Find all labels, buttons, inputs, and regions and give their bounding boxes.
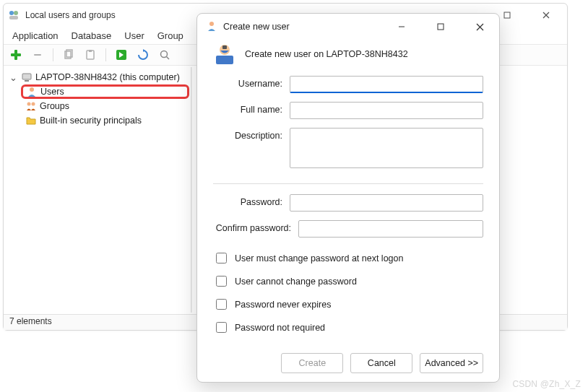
close-button[interactable] [529, 4, 563, 27]
svg-rect-8 [11, 53, 21, 56]
user-large-icon [213, 43, 236, 66]
dialog-titlebar: Create new user [197, 14, 499, 40]
description-input[interactable] [290, 128, 483, 168]
toolbar-go-button[interactable] [113, 47, 129, 63]
tree-root-label: LAPTOP-38NH8432 (this computer) [35, 72, 180, 82]
check-cannot-change-box[interactable] [216, 276, 227, 287]
refresh-icon [137, 49, 149, 61]
password-label: Password: [213, 194, 290, 207]
username-label: Username: [213, 76, 290, 89]
toolbar-remove-button[interactable] [30, 47, 46, 63]
svg-point-1 [14, 11, 18, 15]
main-title: Local users and groups [25, 10, 116, 20]
svg-rect-4 [504, 12, 510, 18]
folder-icon [25, 115, 37, 126]
svg-rect-18 [25, 80, 29, 82]
toolbar-separator [105, 48, 106, 61]
svg-point-19 [30, 87, 34, 92]
check-never-expires-box[interactable] [216, 299, 227, 310]
svg-point-21 [32, 103, 35, 106]
menu-application[interactable]: Application [12, 30, 59, 41]
fullname-input[interactable] [290, 102, 483, 119]
divider [213, 183, 483, 184]
svg-line-16 [167, 57, 170, 60]
tree-label: Groups [40, 101, 69, 111]
svg-rect-13 [89, 50, 92, 52]
svg-rect-9 [34, 54, 41, 56]
menu-group[interactable]: Group [157, 30, 183, 41]
dialog-close-button[interactable] [463, 15, 496, 38]
svg-rect-27 [216, 56, 233, 64]
add-icon [9, 48, 22, 61]
create-button[interactable]: Create [281, 353, 343, 373]
svg-point-15 [161, 51, 168, 58]
toolbar-refresh-button[interactable] [135, 47, 151, 63]
menu-user[interactable]: User [124, 30, 144, 41]
check-never-expires[interactable]: Password never expires [213, 297, 483, 312]
tree-root[interactable]: ⌄ LAPTOP-38NH8432 (this computer) [5, 70, 189, 84]
tree-pane[interactable]: ⌄ LAPTOP-38NH8432 (this computer) Users [4, 67, 191, 313]
check-label: User must change password at next logon [235, 253, 403, 263]
dialog-body: Create new user on LAPTOP-38NH8432 Usern… [197, 40, 499, 382]
check-must-change[interactable]: User must change password at next logon [213, 251, 483, 266]
check-label: User cannot change password [235, 276, 357, 287]
computer-icon [21, 71, 33, 83]
svg-rect-17 [22, 74, 31, 79]
confirm-label: Confirm password: [213, 220, 298, 233]
paste-icon [85, 49, 96, 61]
app-icon [8, 9, 20, 21]
toolbar-paste-button[interactable] [82, 47, 98, 63]
toolbar-copy-button[interactable] [61, 47, 77, 63]
dialog-minimize-button[interactable] [385, 15, 418, 38]
check-label: Password not required [235, 323, 325, 333]
watermark: CSDN @Zh_X_Z [512, 379, 581, 389]
username-input[interactable] [290, 76, 483, 93]
svg-rect-2 [9, 16, 18, 19]
check-label: Password never expires [235, 300, 331, 310]
cancel-button[interactable]: Cancel [350, 353, 412, 373]
check-not-required[interactable]: Password not required [213, 320, 483, 335]
copy-icon [63, 49, 74, 61]
create-user-dialog: Create new user Create new user on LAPTO… [196, 13, 500, 383]
chevron-down-icon[interactable]: ⌄ [8, 72, 18, 83]
password-input[interactable] [290, 194, 483, 212]
dialog-title: Create new user [223, 22, 290, 32]
svg-point-20 [27, 103, 31, 106]
check-cannot-change[interactable]: User cannot change password [213, 274, 483, 289]
tree-item-groups[interactable]: Groups [22, 99, 189, 113]
toolbar-search-button[interactable] [157, 47, 173, 63]
go-icon [116, 49, 127, 61]
svg-rect-24 [438, 24, 444, 30]
user-icon [206, 20, 217, 34]
description-label: Description: [213, 128, 290, 141]
dialog-subtitle: Create new user on LAPTOP-38NH8432 [245, 49, 408, 59]
advanced-button[interactable]: Advanced >> [420, 353, 483, 373]
group-icon [25, 100, 37, 112]
svg-point-0 [9, 11, 14, 15]
confirm-password-input[interactable] [298, 220, 483, 238]
tree-label: Users [40, 87, 64, 97]
dialog-maximize-button[interactable] [424, 15, 457, 38]
toolbar-add-button[interactable] [8, 47, 24, 63]
check-must-change-box[interactable] [216, 253, 227, 263]
menu-database[interactable]: Database [72, 30, 112, 41]
tree-item-builtin[interactable]: Built-in security principals [22, 113, 189, 128]
svg-point-22 [209, 22, 214, 26]
check-not-required-box[interactable] [216, 322, 227, 333]
status-text: 7 elements [9, 316, 52, 326]
tree-item-users[interactable]: Users [21, 84, 189, 99]
svg-rect-29 [222, 45, 227, 49]
tree-label: Built-in security principals [40, 116, 142, 126]
fullname-label: Full name: [213, 102, 290, 115]
search-icon [159, 49, 170, 61]
toolbar-separator [53, 48, 53, 61]
remove-icon [32, 49, 43, 61]
user-icon [26, 86, 38, 97]
